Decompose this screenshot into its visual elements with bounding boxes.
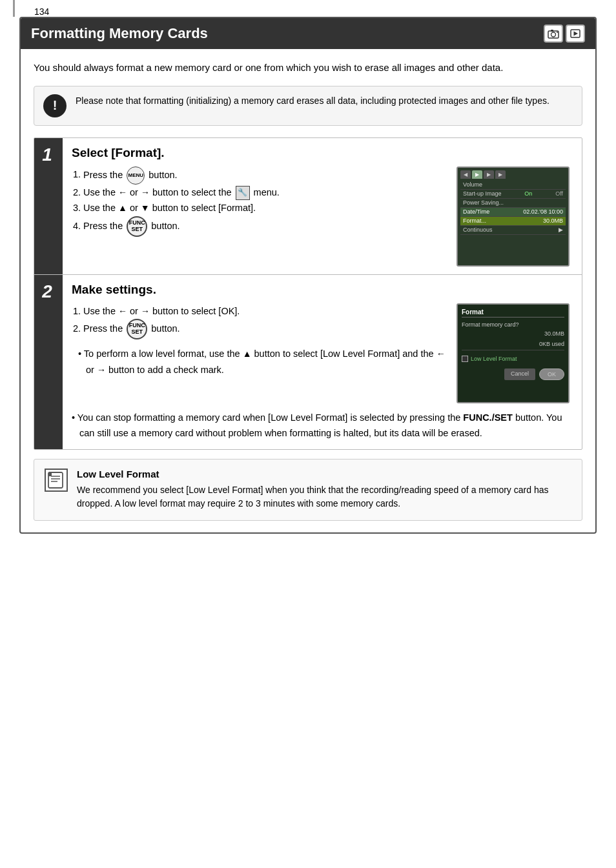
low-level-checkbox [462, 356, 468, 362]
step-2-content: Make settings. Use the ← or → button to … [63, 275, 582, 449]
format-screen-title: Format [462, 308, 564, 318]
arrow-up-icon-2: ▲ [243, 348, 252, 359]
svg-point-1 [551, 32, 556, 37]
step-2-screenshot: Format Format memory card? 30.0MB 0KB us… [457, 303, 573, 403]
main-content-box: Formatting Memory Cards You should alway… [19, 17, 597, 534]
step-1-inner: Press the MENU button. Use the ← or → bu… [72, 167, 573, 267]
step2-bullet-1: To perform a low level format, use the ▲… [78, 346, 446, 378]
step-1-instructions: Press the MENU button. Use the ← or → bu… [72, 167, 446, 237]
format-screen-low-level: Low Level Format [462, 356, 564, 362]
svg-rect-2 [551, 30, 553, 32]
cs-item-continuous: Continuous▶ [460, 226, 566, 235]
svg-rect-10 [48, 472, 52, 476]
note-box: Low Level Format We recommend you select… [34, 459, 582, 521]
step-1-screenshot: ◀ ▶ ▶ ▶ Volume Start-up ImageOn Off [457, 167, 573, 267]
warning-box: ! Please note that formatting (initializ… [34, 86, 582, 126]
mode-icons-container [544, 25, 585, 43]
cs-tab-4: ▶ [495, 170, 506, 179]
cancel-button[interactable]: Cancel [504, 368, 535, 380]
format-screen-question: Format memory card? [462, 321, 564, 328]
arrow-left-icon-2: ← [118, 306, 127, 316]
arrow-up-icon: ▲ [118, 203, 127, 213]
step-1-row: 1 Select [Format]. Press the MENU button… [34, 138, 582, 275]
cs-tab-2: ▶ [472, 170, 482, 179]
note-content: Low Level Format We recommend you select… [77, 469, 571, 511]
cs-tab-1: ◀ [460, 170, 471, 179]
step-1-heading: Select [Format]. [72, 146, 573, 160]
step-2-row: 2 Make settings. Use the ← or → button t… [34, 275, 582, 449]
note-title: Low Level Format [77, 469, 571, 479]
arrow-left-icon: ← [118, 187, 127, 197]
warning-text: Please note that formatting (initializin… [76, 94, 549, 108]
step-1-content: Select [Format]. Press the MENU button. [63, 138, 582, 274]
note-icon [45, 469, 68, 492]
func-set-text-reference: FUNC./SET [463, 412, 513, 423]
cs-item-datetime: Date/Time02.02.'08 10:00 [460, 208, 566, 217]
arrow-right-icon-2: → [141, 306, 150, 316]
step1-instruction-2: Use the ← or → button to select the 🔧 me… [83, 185, 446, 201]
format-screen-used: 0KB used [462, 341, 564, 350]
cs-tab-3: ▶ [484, 170, 494, 179]
func-set-button-icon: FUNCSET [127, 216, 147, 237]
cs-item-startup: Start-up ImageOn Off [460, 190, 566, 199]
svg-marker-5 [574, 32, 579, 36]
step-1-number: 1 [34, 138, 63, 274]
step1-instruction-4: Press the FUNCSET button. [83, 216, 446, 237]
svg-point-3 [557, 32, 558, 33]
cs-item-format: Format...30.0MB [460, 217, 566, 226]
menu-button-icon: MENU [127, 167, 145, 185]
wrench-menu-icon: 🔧 [236, 186, 250, 200]
steps-container: 1 Select [Format]. Press the MENU button… [34, 137, 582, 450]
arrow-right-icon-3: → [97, 365, 106, 375]
cs-item-power: Power Saving... [460, 199, 566, 208]
play-mode-icon [566, 25, 585, 43]
step1-instruction-1: Press the MENU button. [83, 167, 446, 185]
step-2-inner: Use the ← or → button to select [OK]. Pr… [72, 303, 573, 403]
warning-icon: ! [43, 94, 67, 117]
format-screen-size: 30.0MB [462, 330, 564, 337]
arrow-left-icon-3: ← [436, 348, 446, 359]
page-title: Formatting Memory Cards [31, 25, 208, 42]
step2-instruction-2: Press the FUNCSET button. [83, 319, 446, 339]
step-2-number: 2 [34, 275, 63, 449]
cs-item-volume: Volume [460, 181, 566, 190]
low-level-label: Low Level Format [471, 356, 517, 362]
title-bar: Formatting Memory Cards [21, 18, 595, 49]
format-screen-buttons: Cancel OK [462, 368, 564, 380]
content-area: You should always format a new memory ca… [21, 49, 595, 532]
step2-instruction-1: Use the ← or → button to select [OK]. [83, 303, 446, 319]
page-number: 134 [13, 0, 52, 17]
camera-mode-icon [544, 25, 563, 43]
arrow-down-icon: ▼ [141, 203, 150, 213]
arrow-right-icon: → [141, 187, 150, 197]
func-set-button-icon-2: FUNCSET [127, 319, 147, 339]
step-2-heading: Make settings. [72, 283, 573, 297]
intro-text: You should always format a new memory ca… [34, 61, 582, 76]
step2-bullet-2: • You can stop formatting a memory card … [72, 410, 573, 441]
ok-button[interactable]: OK [539, 368, 564, 380]
step1-instruction-3: Use the ▲ or ▼ button to select [Format]… [83, 200, 446, 216]
note-text: We recommend you select [Low Level Forma… [77, 483, 571, 511]
step-2-instructions: Use the ← or → button to select [OK]. Pr… [72, 303, 446, 378]
